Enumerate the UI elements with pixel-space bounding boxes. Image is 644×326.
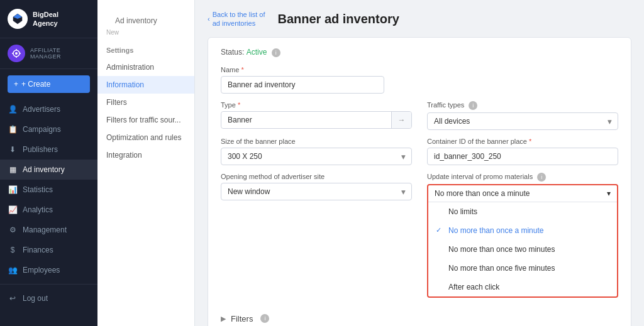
sidebar-item-statistics[interactable]: 📊 Statistics <box>0 180 97 200</box>
sidebar-item-publishers[interactable]: ⬇ Publishers <box>0 139 97 160</box>
sub-item-optimization[interactable]: Optimization and rules <box>97 129 194 146</box>
form-grid-2: Size of the banner place 300 X 250 ▾ Con… <box>221 138 618 165</box>
sidebar-label: Analytics <box>23 205 53 214</box>
sidebar-label: Employees <box>23 266 60 274</box>
chart-icon: 📊 <box>8 185 18 195</box>
type-label: Type * <box>221 101 412 109</box>
dropdown-option-no-limits[interactable]: No limits <box>428 202 617 221</box>
update-dropdown-menu: No limits ✓ No more than once a minute N… <box>428 202 617 296</box>
content-area: Ad inventory New Settings Administration… <box>97 0 644 326</box>
container-field-group: Container ID of the banner place * <box>427 138 618 165</box>
sub-sidebar-subtitle: New <box>106 29 186 36</box>
sub-item-filters-traffic[interactable]: Filters for traffic sour... <box>97 111 194 129</box>
dropdown-option-five-minutes[interactable]: No more than once five minutes <box>428 259 617 278</box>
sidebar-label: Advertisers <box>23 105 60 114</box>
page-header: ‹ Back to the list ofad inventories Bann… <box>208 10 631 28</box>
type-field-group: Type * Banner → <box>221 101 412 130</box>
affiliate-icon <box>8 45 25 62</box>
sidebar-label: Statistics <box>23 185 53 194</box>
opening-select-wrapper: New window ▾ <box>221 183 412 200</box>
traffic-field-group: Traffic types i All devices ▾ <box>427 101 618 130</box>
dropdown-option-each-click[interactable]: After each click <box>428 278 617 296</box>
dropdown-option-two-minutes[interactable]: No more than once two minutes <box>428 240 617 259</box>
opening-label: Opening method of advertiser site <box>221 173 412 180</box>
sidebar-item-management[interactable]: ⚙ Management <box>0 220 97 240</box>
sidebar-label: Finances <box>23 246 53 254</box>
type-select[interactable]: Banner <box>221 112 391 128</box>
update-dropdown-trigger[interactable]: No more than once a minute ▾ <box>428 185 617 202</box>
grid-icon: ▦ <box>8 165 18 175</box>
update-label: Update interval of promo materials i <box>427 173 618 182</box>
sidebar-item-finances[interactable]: $ Finances <box>0 240 97 260</box>
sub-item-filters[interactable]: Filters <box>97 94 194 111</box>
form-grid-1: Type * Banner → Traffic types i <box>221 101 618 130</box>
size-select[interactable]: 300 X 250 <box>221 148 412 165</box>
update-selected-value: No more than once a minute <box>435 189 530 198</box>
form-grid-3: Opening method of advertiser site New wi… <box>221 173 618 298</box>
management-icon: ⚙ <box>8 225 18 235</box>
sidebar-item-logout[interactable]: ↩ Log out <box>0 288 97 308</box>
traffic-select-wrapper: All devices ▾ <box>427 112 618 130</box>
opening-field-group: Opening method of advertiser site New wi… <box>221 173 412 298</box>
status-row: Status: Active i <box>221 48 618 57</box>
employees-icon: 👥 <box>8 265 18 275</box>
sidebar-label: Campaigns <box>23 125 61 134</box>
type-arrow-btn[interactable]: → <box>391 112 411 128</box>
sidebar-item-employees[interactable]: 👥 Employees <box>0 260 97 280</box>
traffic-select[interactable]: All devices <box>427 112 618 130</box>
sections-container: ▶ Filters i ▶ Restrictions ▶ Filters for… <box>221 308 618 326</box>
name-label: Name * <box>221 66 618 73</box>
sidebar-label: Management <box>23 225 67 234</box>
opening-select[interactable]: New window <box>221 183 412 200</box>
section-filters-label: Filters <box>231 314 253 323</box>
campaign-icon: 📋 <box>8 124 18 134</box>
section-filters[interactable]: ▶ Filters i <box>221 308 618 326</box>
update-chevron-icon: ▾ <box>607 189 611 198</box>
name-required: * <box>241 66 243 73</box>
sub-item-administration[interactable]: Administration <box>97 58 194 76</box>
sidebar-item-ad-inventory[interactable]: ▦ Ad inventory <box>0 160 97 180</box>
create-label: + Create <box>21 80 50 89</box>
size-label: Size of the banner place <box>221 138 412 145</box>
update-dropdown-container: No more than once a minute ▾ No limits ✓… <box>427 184 618 298</box>
dollar-icon: $ <box>8 245 18 255</box>
analytics-icon: 📈 <box>8 205 18 215</box>
back-link[interactable]: ‹ Back to the list ofad inventories <box>208 10 265 28</box>
logo-area: BigDeal Agency <box>0 0 97 38</box>
sidebar-item-advertisers[interactable]: 👤 Advertisers <box>0 99 97 119</box>
filters-info-icon[interactable]: i <box>260 314 269 323</box>
logout-icon: ↩ <box>8 293 18 303</box>
advertiser-icon: 👤 <box>8 104 18 114</box>
publishers-icon: ⬇ <box>8 144 18 155</box>
form-card: Status: Active i Name * Type <box>208 37 631 326</box>
status-info-icon[interactable]: i <box>272 48 280 57</box>
name-input[interactable] <box>221 76 384 94</box>
status-value: Active <box>247 48 267 57</box>
sub-sidebar-title: Ad inventory <box>106 13 186 29</box>
back-link-text: Back to the list ofad inventories <box>213 10 265 28</box>
container-label: Container ID of the banner place * <box>427 138 618 145</box>
affiliate-section: AFFILIATE MANAGER <box>0 38 97 69</box>
update-field-group: Update interval of promo materials i No … <box>427 173 618 298</box>
logo-text: BigDeal Agency <box>33 10 58 28</box>
sidebar-item-campaigns[interactable]: 📋 Campaigns <box>0 119 97 139</box>
sub-item-integration[interactable]: Integration <box>97 146 194 164</box>
name-field-group: Name * <box>221 66 618 94</box>
sub-item-information[interactable]: Information <box>97 76 194 94</box>
create-button[interactable]: + + Create <box>8 75 90 93</box>
sidebar-item-analytics[interactable]: 📈 Analytics <box>0 200 97 220</box>
sidebar: BigDeal Agency AFFILIATE MANAGER + + Cre… <box>0 0 97 326</box>
nav-divider <box>0 284 97 285</box>
update-info-icon[interactable]: i <box>537 173 546 182</box>
check-icon-selected: ✓ <box>436 226 443 234</box>
traffic-label: Traffic types i <box>427 101 618 110</box>
sidebar-label: Ad inventory <box>23 165 65 174</box>
container-input[interactable] <box>427 148 618 165</box>
chevron-filters-icon: ▶ <box>221 315 226 323</box>
sub-item-settings[interactable]: Settings <box>97 42 194 58</box>
plus-icon: + <box>14 80 18 89</box>
size-field-group: Size of the banner place 300 X 250 ▾ <box>221 138 412 165</box>
traffic-info-icon[interactable]: i <box>469 101 477 110</box>
page-title: Banner ad inventory <box>277 12 399 26</box>
dropdown-option-once-minute[interactable]: ✓ No more than once a minute <box>428 221 617 240</box>
